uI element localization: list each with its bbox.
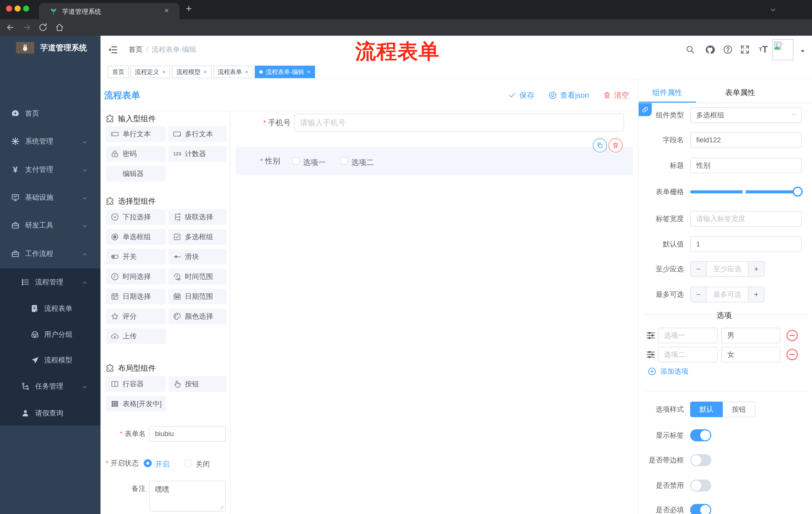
with-border-toggle[interactable] (690, 454, 711, 466)
copy-component-button[interactable] (593, 138, 607, 153)
avatar-broken-image[interactable] (772, 39, 793, 60)
gender-option1-label[interactable]: 选项一 (303, 157, 326, 168)
stepper-plus-button[interactable]: + (749, 287, 764, 302)
sidebar-item-process-form[interactable]: 流程表单 (0, 295, 100, 322)
sidebar-item-task-management[interactable]: 任务管理 (0, 373, 100, 400)
new-tab-button[interactable]: + (186, 3, 192, 14)
avatar-caret-down-icon[interactable] (800, 48, 806, 55)
component-multi-line-text[interactable]: 多行文本 (168, 126, 227, 142)
component-date-range[interactable]: 日期范围 (168, 289, 227, 304)
forward-icon[interactable] (22, 23, 32, 32)
chrome-chevron-down-icon[interactable] (769, 6, 777, 13)
sidebar-item-process-model[interactable]: 流程模型 (0, 346, 100, 374)
option1-label-input[interactable] (658, 328, 718, 343)
selected-component-block[interactable]: *性别 选项一 选项二 (236, 146, 633, 175)
component-row-container[interactable]: 行容器 (106, 376, 166, 392)
reload-icon[interactable] (38, 23, 48, 32)
label-width-input[interactable] (690, 211, 802, 226)
sidebar-item-infrastructure[interactable]: 基础设施 (0, 184, 100, 211)
close-icon[interactable]: × (307, 69, 311, 76)
component-slider[interactable]: 滑块 (168, 249, 227, 265)
window-minimize-button[interactable] (14, 5, 21, 11)
tab-close-icon[interactable]: × (165, 6, 169, 15)
sidebar-item-payment[interactable]: ¥ 支付管理 (0, 156, 100, 183)
stepper-plus-button[interactable]: + (749, 262, 764, 276)
component-rate[interactable]: 评分 (106, 308, 166, 324)
radio-on-selected[interactable] (144, 459, 152, 467)
remove-option-icon[interactable] (786, 348, 799, 361)
component-counter[interactable]: 123 计数器 (168, 146, 227, 162)
close-icon[interactable]: × (245, 69, 249, 76)
component-switch[interactable]: 开关 (106, 249, 166, 265)
option2-label-input[interactable] (658, 347, 718, 362)
sidebar-logo[interactable]: 芋道管理系统 (16, 40, 96, 55)
view-json-button[interactable]: 查看json (548, 90, 589, 101)
resize-handle-icon[interactable] (219, 504, 224, 511)
drag-handle-icon[interactable] (646, 350, 656, 360)
sidebar-fold-icon[interactable] (108, 45, 118, 55)
slider-handle[interactable] (793, 187, 803, 197)
sidebar-item-dev-tools[interactable]: 研发工具 (0, 212, 100, 239)
tag-process-form[interactable]: 流程表单× (213, 65, 253, 78)
component-button[interactable]: 按钮 (168, 376, 227, 392)
min-select-input[interactable]: 至少应选 (706, 262, 749, 276)
sidebar-item-user-groups[interactable]: 用户分组 (0, 321, 100, 348)
gender-option2-label[interactable]: 选项二 (351, 157, 374, 168)
component-password[interactable]: 密码 (106, 146, 166, 162)
radio-on-label[interactable]: 开启 (155, 459, 169, 469)
window-close-button[interactable] (6, 5, 12, 11)
breadcrumb-home[interactable]: 首页 (128, 45, 143, 54)
window-zoom-button[interactable] (23, 5, 29, 11)
delete-component-button[interactable] (609, 138, 622, 153)
tab-form-props[interactable]: 表单属性 (712, 83, 769, 102)
component-type-select[interactable]: 多选框组 (690, 107, 802, 123)
component-time-range[interactable]: 时间范围 (168, 269, 227, 285)
component-time-picker[interactable]: 时间选择 (106, 269, 166, 285)
option1-value-input[interactable] (721, 328, 780, 343)
fullscreen-icon[interactable] (740, 45, 750, 54)
style-default-button[interactable]: 默认 (690, 402, 723, 417)
stepper-minus-button[interactable]: − (691, 287, 706, 302)
grid-slider-track[interactable] (690, 190, 802, 193)
title-input[interactable] (690, 158, 802, 173)
tab-component-props[interactable]: 组件属性 (639, 83, 696, 102)
show-label-toggle[interactable] (690, 429, 711, 441)
max-select-input[interactable]: 最多可选 (706, 287, 749, 302)
sidebar-item-workflow[interactable]: 工作流程 (0, 240, 100, 268)
component-upload[interactable]: 上传 (106, 328, 166, 344)
stepper-minus-button[interactable]: − (691, 262, 706, 276)
radio-off-label[interactable]: 关闭 (196, 459, 210, 469)
remove-option-icon[interactable] (786, 329, 799, 342)
disabled-toggle[interactable] (690, 480, 711, 492)
component-date-picker[interactable]: 日期选择 (106, 289, 166, 304)
component-single-line-text[interactable]: 单行文本 (106, 126, 166, 142)
browser-tab[interactable]: 芋道管理系统 × (39, 3, 180, 19)
drag-handle-icon[interactable] (646, 330, 656, 341)
option2-value-input[interactable] (721, 347, 780, 362)
tag-process-definition[interactable]: 流程定义× (130, 65, 170, 78)
gender-option2-checkbox[interactable] (341, 157, 348, 164)
style-button-button[interactable]: 按钮 (723, 402, 755, 417)
help-icon[interactable] (723, 45, 733, 54)
sidebar-item-leave-query[interactable]: 请假查询 (0, 399, 100, 427)
add-option-button[interactable]: 添加选项 (648, 367, 688, 376)
component-color-picker[interactable]: 颜色选择 (168, 308, 227, 324)
tag-process-form-edit[interactable]: 流程表单-编辑× (255, 65, 315, 78)
tag-process-model[interactable]: 流程模型× (172, 65, 211, 78)
remark-textarea[interactable]: 嘿嘿 (149, 481, 226, 512)
component-checkbox-group[interactable]: 多选框组 (168, 229, 227, 245)
form-name-input[interactable] (149, 426, 226, 441)
sidebar-item-process-management[interactable]: 流程管理 (0, 268, 100, 296)
component-cascader[interactable]: 级联选择 (168, 209, 227, 225)
save-button[interactable]: 保存 (508, 90, 534, 101)
component-radio-group[interactable]: 单选框组 (106, 229, 166, 245)
component-editor[interactable]: 编辑器 (106, 166, 166, 182)
gender-option1-checkbox[interactable] (292, 157, 299, 164)
search-icon[interactable] (685, 45, 695, 54)
default-value-input[interactable] (690, 236, 802, 252)
close-icon[interactable]: × (162, 69, 166, 76)
close-icon[interactable]: × (203, 69, 207, 76)
required-toggle[interactable] (690, 504, 711, 514)
font-size-icon[interactable]: TT (757, 45, 770, 54)
field-name-input[interactable] (690, 132, 802, 148)
